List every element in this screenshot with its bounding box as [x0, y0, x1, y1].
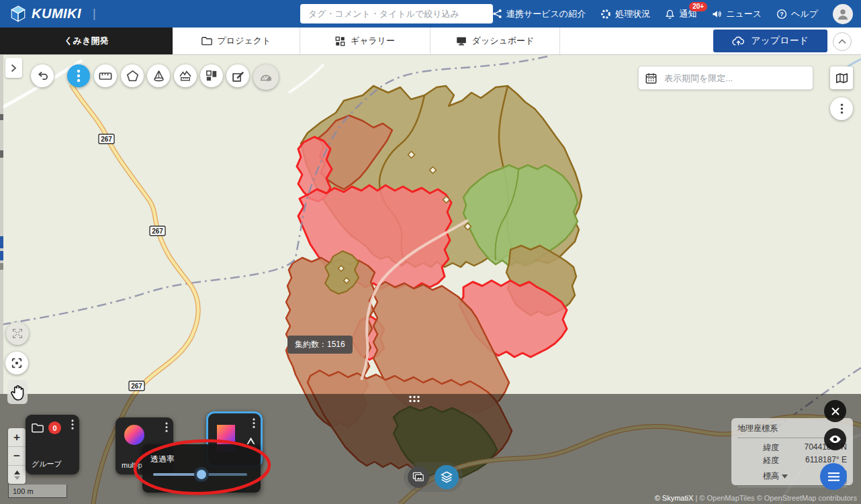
nav-label: 連携サービスの紹介	[506, 8, 586, 20]
vertical-dots-icon	[840, 103, 844, 115]
selected-card-menu[interactable]	[253, 418, 255, 428]
attribution-brand[interactable]: © SkymatiX	[655, 494, 694, 502]
group-count-badge: 0	[48, 421, 61, 434]
attribution-rest[interactable]: | © OpenMapTiles © OpenStreetMap contrib…	[695, 494, 857, 502]
lng-label: 経度	[763, 455, 779, 466]
alt-label[interactable]: 標高	[763, 468, 788, 485]
bell-icon	[665, 9, 675, 19]
tab-label: ダッシュボード	[472, 35, 535, 47]
group-card[interactable]: 0 グループ	[26, 415, 79, 474]
layout-grid-icon	[206, 70, 218, 82]
mountain-profile-icon	[179, 70, 192, 82]
speaker-icon	[711, 9, 722, 19]
share-icon	[492, 9, 502, 19]
visibility-toggle-button[interactable]	[824, 428, 846, 450]
processing-gear-icon	[600, 9, 611, 19]
opacity-popup: 透過率	[142, 444, 261, 493]
collapsed-sidebar-edge[interactable]	[0, 55, 3, 394]
kumiki-cube-icon	[9, 5, 27, 23]
photos-stack-icon	[412, 472, 424, 483]
close-panel-button[interactable]	[824, 400, 846, 422]
hamburger-icon	[828, 472, 840, 481]
tab-project[interactable]: プロジェクト	[173, 28, 300, 54]
user-avatar[interactable]	[833, 4, 853, 24]
drawer-resize-handle[interactable]	[408, 395, 421, 403]
photos-view-button[interactable]	[408, 466, 429, 488]
nav-notifications[interactable]: 通知 20+	[665, 8, 696, 20]
opacity-slider-thumb[interactable]	[194, 467, 209, 482]
pentagon-icon	[126, 70, 139, 82]
vertical-dots-icon	[253, 418, 255, 428]
date-filter-box[interactable]	[638, 66, 813, 90]
upload-label: アップロード	[751, 35, 809, 47]
focus-crop-icon	[11, 357, 23, 369]
top-navbar: KUMIKI | 連携サービスの紹介 処理状況	[0, 0, 861, 28]
map-mode-pill	[404, 462, 463, 492]
nav-processing-status[interactable]: 処理状況	[600, 8, 650, 20]
layers-icon	[440, 470, 453, 484]
gallery-grid-icon	[335, 36, 345, 46]
folder-icon	[201, 36, 212, 46]
tab-label: くみき開発	[64, 35, 109, 47]
group-card-menu[interactable]	[71, 419, 74, 430]
nav-label: 処理状況	[615, 8, 650, 20]
cluster-count-tooltip: 集約数：1516	[287, 336, 353, 354]
basemap-toggle-button[interactable]	[830, 66, 853, 89]
protractor-tool-button-disabled	[253, 64, 279, 90]
opacity-slider[interactable]	[153, 473, 247, 476]
nav-news[interactable]: ニュース	[711, 8, 762, 20]
layers-view-button[interactable]	[435, 465, 459, 489]
chevron-up-icon	[838, 39, 846, 44]
collapse-header-button[interactable]	[833, 32, 852, 51]
tab-workspace[interactable]: くみき開発	[0, 28, 173, 54]
svg-text:267: 267	[101, 136, 112, 143]
date-filter-input[interactable]	[663, 72, 806, 84]
nav-label: ニュース	[726, 8, 762, 20]
protractor-icon	[259, 71, 273, 83]
upload-button[interactable]: アップロード	[713, 30, 827, 52]
tilt-arrows-icon	[13, 470, 21, 481]
map-attribution[interactable]: © SkymatiX | © OpenMapTiles © OpenStreet…	[655, 494, 857, 502]
zoom-in-button[interactable]: +	[8, 428, 26, 447]
caret-down-icon	[782, 474, 788, 478]
tab-gallery[interactable]: ギャラリー	[300, 28, 430, 54]
tab-dashboard[interactable]: ダッシュボード	[430, 28, 560, 54]
sidebar-expand-button[interactable]	[5, 58, 22, 78]
layer-thumbnail	[124, 425, 144, 445]
notification-badge: 20+	[689, 2, 707, 11]
vertical-dots-icon	[77, 69, 81, 83]
focus-selection-button[interactable]	[5, 352, 28, 374]
undo-tool-button[interactable]	[31, 64, 54, 87]
map-options-button[interactable]	[830, 97, 853, 120]
layout-tool-button[interactable]	[200, 64, 223, 87]
elevation-profile-tool-button[interactable]	[174, 64, 197, 87]
ruler-icon	[99, 72, 112, 81]
measure-tool-button[interactable]	[94, 64, 117, 87]
layer-card-label: mult-p	[122, 461, 142, 469]
scale-label: 100 m	[13, 487, 34, 495]
close-icon	[831, 407, 840, 416]
lat-label: 緯度	[763, 442, 779, 454]
monitor-icon	[456, 36, 467, 46]
cone-icon	[152, 70, 165, 82]
polygon-tool-button[interactable]	[121, 64, 144, 87]
fit-extent-button-disabled	[6, 322, 29, 345]
nav-partner-services[interactable]: 連携サービスの紹介	[492, 8, 586, 20]
tilt-control[interactable]	[8, 466, 26, 484]
search-input[interactable]	[300, 4, 493, 23]
volume-tool-button[interactable]	[147, 64, 170, 87]
layer-card-menu[interactable]	[165, 422, 168, 432]
expand-arrows-icon	[11, 327, 24, 340]
app-logo[interactable]: KUMIKI |	[9, 5, 96, 23]
zoom-out-button[interactable]: −	[8, 447, 26, 466]
nav-help[interactable]: ? ヘルプ	[776, 8, 818, 20]
cloud-upload-icon	[732, 36, 745, 46]
more-tools-button-active[interactable]	[67, 64, 90, 87]
eye-icon	[829, 435, 842, 444]
undo-arrow-icon	[36, 70, 49, 82]
folder-icon	[32, 423, 44, 433]
help-icon: ?	[776, 9, 787, 19]
menu-fab-button[interactable]	[820, 463, 847, 490]
edit-tool-button[interactable]	[226, 64, 249, 87]
logo-text: KUMIKI	[32, 6, 81, 21]
